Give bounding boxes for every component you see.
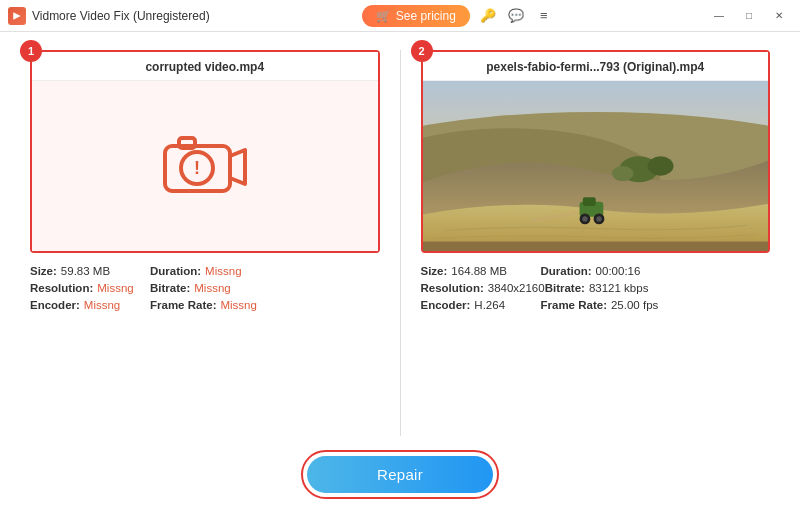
size-label: Size: <box>30 265 57 277</box>
app-icon <box>8 7 26 25</box>
p2-size-value: 164.88 MB <box>451 265 507 277</box>
original-video-box: 2 pexels-fabio-fermi...793 (Original).mp… <box>421 50 771 253</box>
info-row-p2-1: Size: 164.88 MB Duration: 00:00:16 <box>421 265 771 277</box>
p2-encoder-label: Encoder: <box>421 299 471 311</box>
duration-label: Duration: <box>150 265 201 277</box>
info-row-p2-3: Encoder: H.264 Frame Rate: 25.00 fps <box>421 299 771 311</box>
p2-resolution-label: Resolution: <box>421 282 484 294</box>
p2-encoder-field: Encoder: H.264 <box>421 299 541 311</box>
svg-point-11 <box>611 166 633 181</box>
panel-number-1: 1 <box>20 40 42 62</box>
p2-framerate-field: Frame Rate: 25.00 fps <box>541 299 661 311</box>
resolution-label: Resolution: <box>30 282 93 294</box>
svg-marker-0 <box>13 12 21 20</box>
p2-bitrate-value: 83121 kbps <box>589 282 648 294</box>
resolution-field: Resolution: Missng <box>30 282 150 294</box>
size-field: Size: 59.83 MB <box>30 265 150 277</box>
framerate-label: Frame Rate: <box>150 299 216 311</box>
duration-field: Duration: Missng <box>150 265 270 277</box>
corrupted-video-title: corrupted video.mp4 <box>32 52 378 81</box>
window-controls: — □ ✕ <box>706 6 792 26</box>
p2-duration-value: 00:00:16 <box>596 265 641 277</box>
repair-btn-wrap: Repair <box>301 450 499 499</box>
titlebar-center: 🛒 See pricing 🔑 💬 ≡ <box>362 5 554 27</box>
main-content: 1 corrupted video.mp4 ! <box>0 32 800 519</box>
svg-rect-13 <box>582 197 595 206</box>
repair-button[interactable]: Repair <box>307 456 493 493</box>
info-row-1: Size: 59.83 MB Duration: Missng <box>30 265 380 277</box>
encoder-value: Missng <box>84 299 120 311</box>
p2-encoder-value: H.264 <box>474 299 505 311</box>
p2-duration-label: Duration: <box>541 265 592 277</box>
original-video-info: Size: 164.88 MB Duration: 00:00:16 Resol… <box>421 265 771 316</box>
encoder-label: Encoder: <box>30 299 80 311</box>
pricing-button[interactable]: 🛒 See pricing <box>362 5 470 27</box>
bitrate-label: Bitrate: <box>150 282 190 294</box>
cart-icon: 🛒 <box>376 9 391 23</box>
key-icon-button[interactable]: 🔑 <box>478 6 498 26</box>
info-row-p2-2: Resolution: 3840x2160 Bitrate: 83121 kbp… <box>421 282 771 294</box>
p2-framerate-label: Frame Rate: <box>541 299 607 311</box>
p2-resolution-field: Resolution: 3840x2160 <box>421 282 545 294</box>
camera-error-icon: ! <box>155 126 255 206</box>
svg-point-10 <box>647 156 673 175</box>
menu-icon-button[interactable]: ≡ <box>534 6 554 26</box>
maximize-button[interactable]: □ <box>736 6 762 26</box>
svg-point-17 <box>596 216 601 221</box>
p2-size-field: Size: 164.88 MB <box>421 265 541 277</box>
corrupted-video-placeholder[interactable]: ! <box>32 81 378 251</box>
bitrate-value: Missng <box>194 282 230 294</box>
close-button[interactable]: ✕ <box>766 6 792 26</box>
p2-bitrate-field: Bitrate: 83121 kbps <box>545 282 665 294</box>
bitrate-field: Bitrate: Missng <box>150 282 270 294</box>
panel-corrupted: 1 corrupted video.mp4 ! <box>30 50 380 436</box>
corrupted-video-box: 1 corrupted video.mp4 ! <box>30 50 380 253</box>
corrupted-video-info: Size: 59.83 MB Duration: Missng Resoluti… <box>30 265 380 316</box>
panels: 1 corrupted video.mp4 ! <box>30 50 770 436</box>
duration-value: Missng <box>205 265 241 277</box>
svg-text:!: ! <box>194 158 200 178</box>
chat-icon-button[interactable]: 💬 <box>506 6 526 26</box>
info-row-2: Resolution: Missng Bitrate: Missng <box>30 282 380 294</box>
titlebar-left: Vidmore Video Fix (Unregistered) <box>8 7 210 25</box>
svg-point-16 <box>582 216 587 221</box>
resolution-value: Missng <box>97 282 133 294</box>
p2-resolution-value: 3840x2160 <box>488 282 545 294</box>
panel-divider <box>400 50 401 436</box>
panel-original: 2 pexels-fabio-fermi...793 (Original).mp… <box>421 50 771 436</box>
original-video-thumbnail[interactable] <box>423 81 769 251</box>
original-video-title: pexels-fabio-fermi...793 (Original).mp4 <box>423 52 769 81</box>
info-row-3: Encoder: Missng Frame Rate: Missng <box>30 299 380 311</box>
p2-bitrate-label: Bitrate: <box>545 282 585 294</box>
bottom-section: Repair <box>30 436 770 503</box>
svg-rect-4 <box>179 138 195 148</box>
svg-rect-8 <box>423 242 769 251</box>
size-value: 59.83 MB <box>61 265 110 277</box>
app-title: Vidmore Video Fix (Unregistered) <box>32 9 210 23</box>
p2-size-label: Size: <box>421 265 448 277</box>
panel-number-2: 2 <box>411 40 433 62</box>
framerate-value: Missng <box>220 299 256 311</box>
titlebar: Vidmore Video Fix (Unregistered) 🛒 See p… <box>0 0 800 32</box>
framerate-field: Frame Rate: Missng <box>150 299 270 311</box>
encoder-field: Encoder: Missng <box>30 299 150 311</box>
p2-framerate-value: 25.00 fps <box>611 299 658 311</box>
p2-duration-field: Duration: 00:00:16 <box>541 265 661 277</box>
minimize-button[interactable]: — <box>706 6 732 26</box>
